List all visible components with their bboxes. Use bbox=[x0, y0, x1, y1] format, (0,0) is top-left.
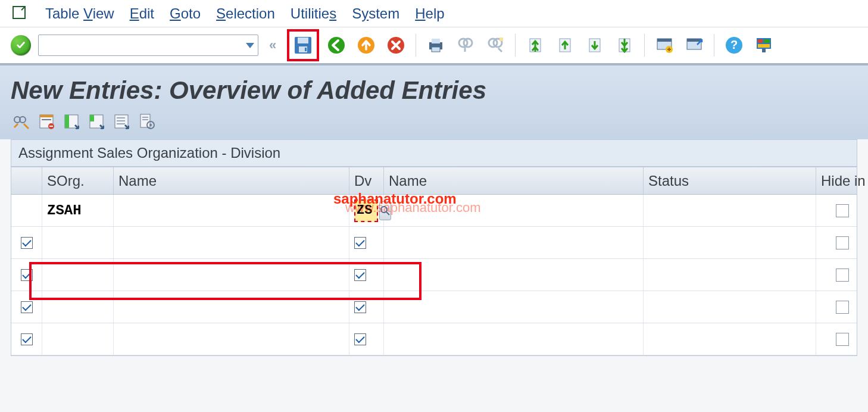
row-selector[interactable] bbox=[11, 291, 42, 323]
checkmark-icon[interactable] bbox=[354, 301, 366, 313]
layout-button[interactable] bbox=[751, 33, 776, 58]
shortcut-button[interactable] bbox=[682, 33, 707, 58]
svg-rect-40 bbox=[65, 115, 69, 128]
toolbar-separator bbox=[515, 34, 516, 57]
select-all-button[interactable] bbox=[61, 111, 82, 132]
cell-status[interactable] bbox=[644, 195, 816, 226]
cancel-button[interactable] bbox=[383, 33, 408, 58]
menu-goto[interactable]: Goto bbox=[170, 5, 201, 22]
sorg-input[interactable] bbox=[47, 202, 113, 219]
cell-sorg[interactable] bbox=[42, 291, 114, 323]
svg-rect-45 bbox=[117, 120, 125, 121]
hide-checkbox[interactable] bbox=[836, 333, 849, 346]
cell-name1[interactable] bbox=[114, 323, 349, 355]
first-page-button[interactable] bbox=[523, 33, 548, 58]
svg-text:?: ? bbox=[730, 38, 738, 51]
cell-name1[interactable] bbox=[114, 259, 349, 291]
dropdown-icon[interactable] bbox=[246, 43, 254, 48]
find-button[interactable] bbox=[453, 33, 478, 58]
svg-rect-49 bbox=[142, 119, 148, 120]
save-button[interactable] bbox=[291, 33, 316, 58]
menu-edit[interactable]: Edit bbox=[130, 5, 154, 22]
cell-name1[interactable] bbox=[114, 195, 349, 226]
col-hide-in[interactable]: Hide in bbox=[816, 167, 868, 194]
svg-point-5 bbox=[328, 37, 345, 54]
row-selector[interactable] bbox=[11, 259, 42, 291]
cell-status[interactable] bbox=[644, 323, 816, 355]
cell-dv[interactable] bbox=[349, 259, 384, 291]
cell-dv[interactable] bbox=[349, 227, 384, 258]
menu-utilities[interactable]: Utilities bbox=[291, 5, 336, 22]
cell-sorg[interactable] bbox=[42, 195, 114, 226]
help-button[interactable]: ? bbox=[722, 33, 747, 58]
cell-hide-in[interactable] bbox=[816, 291, 868, 323]
new-session-button[interactable] bbox=[652, 33, 677, 58]
deselect-all-button[interactable] bbox=[111, 111, 132, 132]
collapse-toolbar-icon[interactable]: « bbox=[269, 38, 276, 53]
checkmark-icon[interactable] bbox=[21, 269, 33, 281]
cell-status[interactable] bbox=[644, 259, 816, 291]
row-selector[interactable] bbox=[11, 195, 42, 226]
svg-rect-29 bbox=[764, 39, 770, 43]
cell-dv[interactable] bbox=[349, 291, 384, 323]
cell-name1[interactable] bbox=[114, 291, 349, 323]
delimit-button[interactable] bbox=[36, 111, 57, 132]
col-status[interactable]: Status bbox=[644, 167, 816, 194]
enter-button[interactable] bbox=[11, 35, 31, 55]
find-next-button[interactable] bbox=[483, 33, 508, 58]
cell-hide-in[interactable] bbox=[816, 259, 868, 291]
checkmark-icon[interactable] bbox=[21, 237, 33, 249]
menu-app-icon[interactable] bbox=[11, 4, 30, 23]
svg-rect-30 bbox=[758, 44, 770, 48]
select-block-button[interactable] bbox=[86, 111, 107, 132]
svg-point-51 bbox=[149, 124, 152, 126]
print-button[interactable] bbox=[423, 33, 448, 58]
command-field[interactable] bbox=[38, 35, 258, 56]
cell-sorg[interactable] bbox=[42, 323, 114, 355]
cell-sorg[interactable] bbox=[42, 227, 114, 258]
checkmark-icon[interactable] bbox=[354, 333, 366, 345]
watermark: saphanatutor.com www.saphanatutor.com bbox=[333, 191, 469, 223]
menu-help[interactable]: Help bbox=[415, 5, 444, 22]
cell-name2[interactable] bbox=[384, 323, 644, 355]
menu-table-view[interactable]: Table View bbox=[45, 5, 114, 22]
cell-name1[interactable] bbox=[114, 227, 349, 258]
checkmark-icon[interactable] bbox=[21, 301, 33, 313]
prev-page-button[interactable] bbox=[552, 33, 577, 58]
col-name1[interactable]: Name bbox=[114, 167, 349, 194]
row-selector[interactable] bbox=[11, 227, 42, 258]
row-selector[interactable] bbox=[11, 323, 42, 355]
col-sorg[interactable]: SOrg. bbox=[42, 167, 114, 194]
cell-hide-in[interactable] bbox=[816, 227, 868, 258]
svg-rect-42 bbox=[90, 115, 94, 121]
cell-dv[interactable] bbox=[349, 323, 384, 355]
cell-name2[interactable] bbox=[384, 259, 644, 291]
next-page-button[interactable] bbox=[582, 33, 607, 58]
hide-checkbox[interactable] bbox=[836, 204, 849, 217]
hide-checkbox[interactable] bbox=[836, 269, 849, 282]
config-button[interactable] bbox=[136, 111, 157, 132]
exit-button[interactable] bbox=[354, 33, 379, 58]
checkmark-icon[interactable] bbox=[354, 237, 366, 249]
hide-checkbox[interactable] bbox=[836, 301, 849, 314]
cell-hide-in[interactable] bbox=[816, 195, 868, 226]
menubar: Table View Edit Goto Selection Utilities… bbox=[0, 0, 868, 27]
back-button[interactable] bbox=[324, 33, 349, 58]
cell-status[interactable] bbox=[644, 291, 816, 323]
cell-status[interactable] bbox=[644, 227, 816, 258]
last-page-button[interactable] bbox=[612, 33, 637, 58]
cell-name2[interactable] bbox=[384, 227, 644, 258]
hide-checkbox[interactable] bbox=[836, 236, 849, 249]
toolbar-separator bbox=[714, 34, 714, 57]
menu-selection[interactable]: Selection bbox=[216, 5, 275, 22]
cell-name2[interactable] bbox=[384, 291, 644, 323]
cell-sorg[interactable] bbox=[42, 259, 114, 291]
cell-hide-in[interactable] bbox=[816, 323, 868, 355]
svg-rect-38 bbox=[49, 126, 53, 127]
checkmark-icon[interactable] bbox=[354, 269, 366, 281]
svg-rect-47 bbox=[140, 114, 150, 127]
menu-system[interactable]: System bbox=[352, 5, 399, 22]
table-row bbox=[11, 291, 857, 323]
checkmark-icon[interactable] bbox=[21, 333, 33, 345]
display-change-button[interactable] bbox=[11, 111, 32, 132]
